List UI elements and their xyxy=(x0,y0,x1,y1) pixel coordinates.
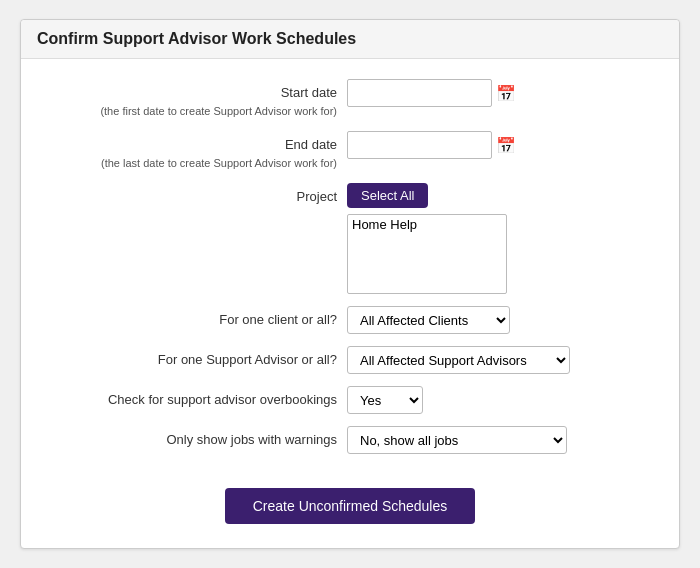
warnings-select[interactable]: No, show all jobs Yes, only warnings xyxy=(347,426,567,454)
start-date-row: Start date (the first date to create Sup… xyxy=(37,79,663,119)
overbooking-row: Check for support advisor overbookings Y… xyxy=(37,386,663,414)
end-date-wrap: 📅 xyxy=(347,131,663,159)
client-row: For one client or all? All Affected Clie… xyxy=(37,306,663,334)
client-label: For one client or all? xyxy=(37,306,347,330)
client-select[interactable]: All Affected Clients One Client xyxy=(347,306,510,334)
project-option-homehelp: Home Help xyxy=(348,215,506,234)
page-title: Confirm Support Advisor Work Schedules xyxy=(21,20,679,59)
start-date-input[interactable] xyxy=(347,79,492,107)
overbooking-select[interactable]: Yes No xyxy=(347,386,423,414)
select-all-button[interactable]: Select All xyxy=(347,183,428,208)
project-controls: Select All Home Help xyxy=(347,183,507,294)
project-row: Project Select All Home Help xyxy=(37,183,663,294)
end-date-label: End date (the last date to create Suppor… xyxy=(37,131,347,171)
form-body: Start date (the first date to create Sup… xyxy=(21,59,679,548)
warnings-row: Only show jobs with warnings No, show al… xyxy=(37,426,663,454)
advisor-label: For one Support Advisor or all? xyxy=(37,346,347,370)
start-date-wrap: 📅 xyxy=(347,79,663,107)
start-date-calendar-icon[interactable]: 📅 xyxy=(496,84,516,103)
advisor-row: For one Support Advisor or all? All Affe… xyxy=(37,346,663,374)
advisor-wrap: All Affected Support Advisors One Suppor… xyxy=(347,346,663,374)
main-panel: Confirm Support Advisor Work Schedules S… xyxy=(20,19,680,549)
warnings-wrap: No, show all jobs Yes, only warnings xyxy=(347,426,663,454)
end-date-input[interactable] xyxy=(347,131,492,159)
create-schedules-button[interactable]: Create Unconfirmed Schedules xyxy=(225,488,476,524)
project-label: Project xyxy=(37,183,347,207)
project-listbox[interactable]: Home Help xyxy=(347,214,507,294)
client-wrap: All Affected Clients One Client xyxy=(347,306,663,334)
end-date-row: End date (the last date to create Suppor… xyxy=(37,131,663,171)
overbooking-wrap: Yes No xyxy=(347,386,663,414)
advisor-select[interactable]: All Affected Support Advisors One Suppor… xyxy=(347,346,570,374)
project-wrap: Select All Home Help xyxy=(347,183,663,294)
overbooking-label: Check for support advisor overbookings xyxy=(37,386,347,410)
start-date-label: Start date (the first date to create Sup… xyxy=(37,79,347,119)
end-date-calendar-icon[interactable]: 📅 xyxy=(496,136,516,155)
warnings-label: Only show jobs with warnings xyxy=(37,426,347,450)
